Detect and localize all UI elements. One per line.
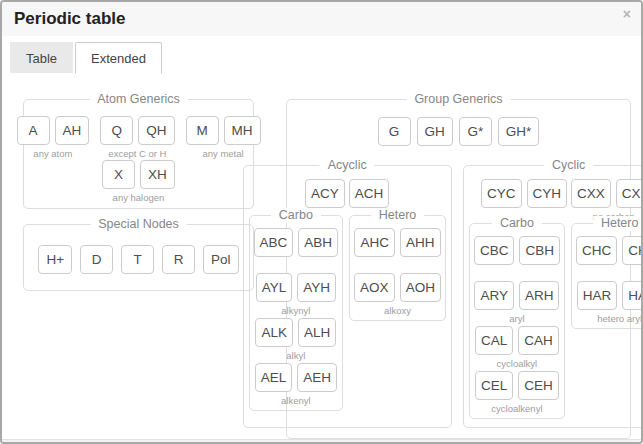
tab-extended[interactable]: Extended xyxy=(75,42,162,74)
alkyl-label: alkyl xyxy=(286,349,305,362)
button-alh[interactable]: ALH xyxy=(298,318,336,347)
group-generics-legend: Group Generics xyxy=(406,92,510,107)
button-gh[interactable]: GH xyxy=(417,117,453,146)
any-halogen-group: X XH any halogen xyxy=(102,160,175,204)
button-d[interactable]: D xyxy=(80,245,113,274)
button-m[interactable]: M xyxy=(186,116,219,145)
button-abh[interactable]: ABH xyxy=(298,228,338,257)
button-aoh[interactable]: AOH xyxy=(400,273,441,302)
atom-generics-section: Atom Generics A AH any atom Q QH xyxy=(23,99,254,209)
button-g[interactable]: G xyxy=(378,117,411,146)
button-aeh[interactable]: AEH xyxy=(297,363,337,392)
any-atom-label: any atom xyxy=(33,147,72,160)
special-nodes-section: Special Nodes H+ D T R Pol xyxy=(23,224,254,291)
button-ahh[interactable]: AHH xyxy=(400,228,441,257)
button-chc[interactable]: CHC xyxy=(576,236,617,265)
button-xh[interactable]: XH xyxy=(140,160,175,189)
aryl-label: aryl xyxy=(509,312,524,325)
except-c-or-h-label: except C or H xyxy=(108,147,166,160)
cycloalkenyl-label: cycloalkenyl xyxy=(491,402,542,415)
button-ayh[interactable]: AYH xyxy=(297,273,336,302)
button-cah[interactable]: CAH xyxy=(518,326,559,355)
button-cyh[interactable]: CYH xyxy=(527,179,568,208)
button-cal[interactable]: CAL xyxy=(475,326,513,355)
button-ceh[interactable]: CEH xyxy=(518,371,559,400)
button-x[interactable]: X xyxy=(102,160,135,189)
acyclic-legend: Acyclic xyxy=(320,158,375,173)
button-ah[interactable]: AH xyxy=(55,116,90,145)
group-generics-row: G GH G* GH* xyxy=(296,117,621,146)
button-t[interactable]: T xyxy=(121,245,154,274)
acyclic-carbo-section: Carbo ABC ABH xyxy=(249,215,344,411)
button-aox[interactable]: AOX xyxy=(354,273,395,302)
button-alk[interactable]: ALK xyxy=(255,318,293,347)
button-cbh[interactable]: CBH xyxy=(519,236,560,265)
button-acy[interactable]: ACY xyxy=(305,179,345,208)
button-mh[interactable]: MH xyxy=(224,116,261,145)
button-ahc[interactable]: AHC xyxy=(354,228,395,257)
button-chh[interactable]: CHH xyxy=(622,236,643,265)
alkynyl-label: alkynyl xyxy=(281,304,310,317)
alkoxy-label: alkoxy xyxy=(384,304,411,317)
cyclic-carbo-section: Carbo CBC CBH xyxy=(469,223,565,419)
button-cbc[interactable]: CBC xyxy=(474,236,515,265)
dialog-footer: Cancel OK xyxy=(2,439,641,444)
except-c-or-h-group: Q QH except C or H xyxy=(100,116,174,160)
button-r[interactable]: R xyxy=(162,245,195,274)
cyclic-hetero-legend: Hetero xyxy=(593,216,643,231)
button-cel[interactable]: CEL xyxy=(475,371,513,400)
atom-generics-row: X XH any halogen xyxy=(32,160,245,204)
dialog-content: Atom Generics A AH any atom Q QH xyxy=(2,73,641,439)
button-cxx[interactable]: CXX xyxy=(571,179,611,208)
special-nodes-row: H+ D T R Pol xyxy=(32,245,245,274)
cyclic-carbo-legend: Carbo xyxy=(492,216,542,231)
button-ach[interactable]: ACH xyxy=(349,179,390,208)
button-g-star[interactable]: G* xyxy=(459,117,492,146)
button-qh[interactable]: QH xyxy=(138,116,174,145)
tab-bar: Table Extended xyxy=(2,36,641,73)
atom-generics-legend: Atom Generics xyxy=(89,92,188,107)
button-abc[interactable]: ABC xyxy=(254,228,294,257)
any-metal-group: M MH any metal xyxy=(186,116,261,160)
any-halogen-label: any halogen xyxy=(113,191,165,204)
acyclic-section: Acyclic ACY ACH Carbo ABC xyxy=(243,165,452,428)
cyclic-section: Cyclic CYC CYH CXX xyxy=(463,165,643,428)
periodic-table-dialog: Periodic table × Table Extended Atom Gen… xyxy=(0,0,643,444)
alkenyl-label: alkenyl xyxy=(281,394,311,407)
cyclic-legend: Cyclic xyxy=(544,158,593,173)
button-a[interactable]: A xyxy=(17,116,50,145)
special-nodes-legend: Special Nodes xyxy=(90,217,187,232)
button-ayl[interactable]: AYL xyxy=(256,273,293,302)
right-column: Group Generics G GH G* GH* Acyclic ACY A… xyxy=(286,99,631,439)
cycloalkyl-label: cycloalkyl xyxy=(497,357,538,370)
acyclic-hetero-section: Hetero AHC AHH xyxy=(349,215,446,321)
hetero-aryl-label: hetero aryl xyxy=(597,312,642,325)
button-pol[interactable]: Pol xyxy=(203,245,239,274)
button-gh-star[interactable]: GH* xyxy=(498,117,540,146)
button-har[interactable]: HAR xyxy=(577,281,618,310)
acyclic-carbo-legend: Carbo xyxy=(271,208,321,223)
button-h-plus[interactable]: H+ xyxy=(38,245,72,274)
tab-table[interactable]: Table xyxy=(10,42,73,73)
button-cyc[interactable]: CYC xyxy=(481,179,522,208)
dialog-title: Periodic table xyxy=(14,9,125,28)
button-hah[interactable]: HAH xyxy=(622,281,643,310)
any-metal-label: any metal xyxy=(202,147,243,160)
any-atom-group: A AH any atom xyxy=(17,116,90,160)
atom-generics-row: A AH any atom Q QH except C or H xyxy=(32,116,245,160)
left-column: Atom Generics A AH any atom Q QH xyxy=(23,99,254,439)
button-arh[interactable]: ARH xyxy=(519,281,560,310)
close-icon[interactable]: × xyxy=(623,7,631,21)
cyclic-hetero-section: Hetero CHC CHH xyxy=(571,223,643,329)
dialog-titlebar: Periodic table × xyxy=(2,2,641,36)
button-ary[interactable]: ARY xyxy=(474,281,514,310)
group-generics-section: Group Generics G GH G* GH* Acyclic ACY A… xyxy=(286,99,631,439)
button-ael[interactable]: AEL xyxy=(255,363,293,392)
acyclic-hetero-legend: Hetero xyxy=(371,208,425,223)
button-q[interactable]: Q xyxy=(100,116,133,145)
button-cxh[interactable]: CXH xyxy=(616,179,643,208)
